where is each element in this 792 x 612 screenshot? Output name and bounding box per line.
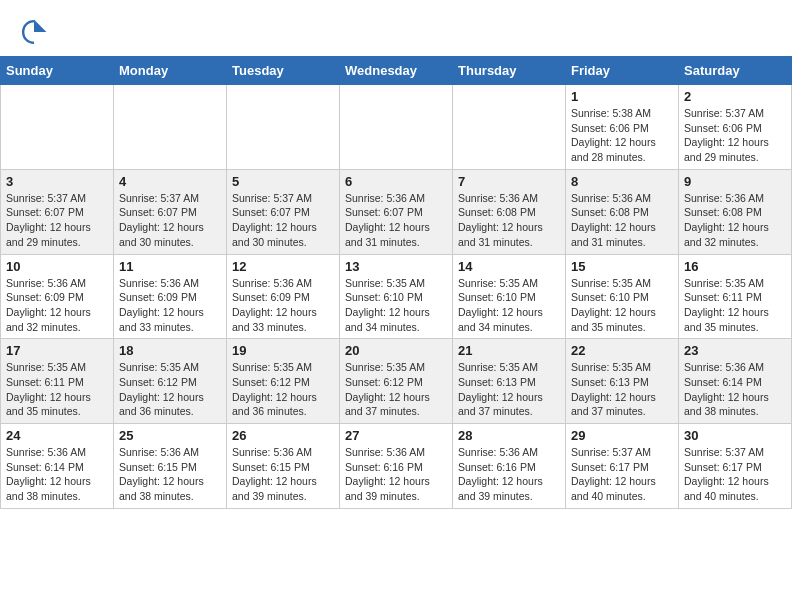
day-number: 11 [119,259,221,274]
day-number: 3 [6,174,108,189]
day-info: Sunrise: 5:37 AM Sunset: 6:07 PM Dayligh… [232,191,334,250]
day-info: Sunrise: 5:37 AM Sunset: 6:17 PM Dayligh… [571,445,673,504]
day-number: 9 [684,174,786,189]
day-info: Sunrise: 5:37 AM Sunset: 6:17 PM Dayligh… [684,445,786,504]
day-info: Sunrise: 5:36 AM Sunset: 6:16 PM Dayligh… [458,445,560,504]
day-info: Sunrise: 5:35 AM Sunset: 6:10 PM Dayligh… [345,276,447,335]
day-number: 6 [345,174,447,189]
calendar-cell: 26Sunrise: 5:36 AM Sunset: 6:15 PM Dayli… [227,424,340,509]
day-number: 28 [458,428,560,443]
day-info: Sunrise: 5:36 AM Sunset: 6:07 PM Dayligh… [345,191,447,250]
header-saturday: Saturday [679,57,792,85]
day-info: Sunrise: 5:36 AM Sunset: 6:08 PM Dayligh… [684,191,786,250]
day-info: Sunrise: 5:35 AM Sunset: 6:11 PM Dayligh… [684,276,786,335]
day-number: 30 [684,428,786,443]
day-number: 20 [345,343,447,358]
day-number: 18 [119,343,221,358]
calendar-cell: 18Sunrise: 5:35 AM Sunset: 6:12 PM Dayli… [114,339,227,424]
day-number: 5 [232,174,334,189]
day-info: Sunrise: 5:35 AM Sunset: 6:10 PM Dayligh… [458,276,560,335]
calendar-cell: 12Sunrise: 5:36 AM Sunset: 6:09 PM Dayli… [227,254,340,339]
day-number: 4 [119,174,221,189]
calendar-cell: 19Sunrise: 5:35 AM Sunset: 6:12 PM Dayli… [227,339,340,424]
calendar-cell: 15Sunrise: 5:35 AM Sunset: 6:10 PM Dayli… [566,254,679,339]
calendar-cell: 11Sunrise: 5:36 AM Sunset: 6:09 PM Dayli… [114,254,227,339]
header-wednesday: Wednesday [340,57,453,85]
calendar-cell: 8Sunrise: 5:36 AM Sunset: 6:08 PM Daylig… [566,169,679,254]
day-info: Sunrise: 5:37 AM Sunset: 6:07 PM Dayligh… [119,191,221,250]
day-info: Sunrise: 5:36 AM Sunset: 6:08 PM Dayligh… [458,191,560,250]
calendar-cell: 10Sunrise: 5:36 AM Sunset: 6:09 PM Dayli… [1,254,114,339]
day-info: Sunrise: 5:38 AM Sunset: 6:06 PM Dayligh… [571,106,673,165]
day-number: 17 [6,343,108,358]
calendar-table: SundayMondayTuesdayWednesdayThursdayFrid… [0,56,792,509]
day-number: 22 [571,343,673,358]
day-number: 1 [571,89,673,104]
calendar-cell: 5Sunrise: 5:37 AM Sunset: 6:07 PM Daylig… [227,169,340,254]
calendar-cell: 6Sunrise: 5:36 AM Sunset: 6:07 PM Daylig… [340,169,453,254]
day-info: Sunrise: 5:35 AM Sunset: 6:12 PM Dayligh… [345,360,447,419]
day-info: Sunrise: 5:35 AM Sunset: 6:13 PM Dayligh… [571,360,673,419]
calendar-header: SundayMondayTuesdayWednesdayThursdayFrid… [1,57,792,85]
calendar-cell: 20Sunrise: 5:35 AM Sunset: 6:12 PM Dayli… [340,339,453,424]
header-tuesday: Tuesday [227,57,340,85]
calendar-cell: 17Sunrise: 5:35 AM Sunset: 6:11 PM Dayli… [1,339,114,424]
day-info: Sunrise: 5:36 AM Sunset: 6:08 PM Dayligh… [571,191,673,250]
calendar-cell: 16Sunrise: 5:35 AM Sunset: 6:11 PM Dayli… [679,254,792,339]
day-number: 23 [684,343,786,358]
day-info: Sunrise: 5:36 AM Sunset: 6:09 PM Dayligh… [232,276,334,335]
calendar-cell: 3Sunrise: 5:37 AM Sunset: 6:07 PM Daylig… [1,169,114,254]
day-info: Sunrise: 5:35 AM Sunset: 6:11 PM Dayligh… [6,360,108,419]
day-info: Sunrise: 5:36 AM Sunset: 6:14 PM Dayligh… [684,360,786,419]
day-info: Sunrise: 5:35 AM Sunset: 6:10 PM Dayligh… [571,276,673,335]
svg-marker-0 [34,20,46,32]
day-info: Sunrise: 5:36 AM Sunset: 6:09 PM Dayligh… [119,276,221,335]
week-row-5: 24Sunrise: 5:36 AM Sunset: 6:14 PM Dayli… [1,424,792,509]
week-row-3: 10Sunrise: 5:36 AM Sunset: 6:09 PM Dayli… [1,254,792,339]
page-header [0,0,792,56]
day-number: 10 [6,259,108,274]
day-number: 15 [571,259,673,274]
logo-icon [20,18,48,46]
calendar-cell: 21Sunrise: 5:35 AM Sunset: 6:13 PM Dayli… [453,339,566,424]
calendar-cell: 22Sunrise: 5:35 AM Sunset: 6:13 PM Dayli… [566,339,679,424]
day-info: Sunrise: 5:36 AM Sunset: 6:16 PM Dayligh… [345,445,447,504]
day-info: Sunrise: 5:35 AM Sunset: 6:13 PM Dayligh… [458,360,560,419]
calendar-cell: 23Sunrise: 5:36 AM Sunset: 6:14 PM Dayli… [679,339,792,424]
day-info: Sunrise: 5:36 AM Sunset: 6:09 PM Dayligh… [6,276,108,335]
day-number: 14 [458,259,560,274]
day-number: 7 [458,174,560,189]
calendar-cell: 29Sunrise: 5:37 AM Sunset: 6:17 PM Dayli… [566,424,679,509]
day-number: 8 [571,174,673,189]
day-info: Sunrise: 5:36 AM Sunset: 6:15 PM Dayligh… [232,445,334,504]
day-number: 21 [458,343,560,358]
day-number: 12 [232,259,334,274]
calendar-cell [114,85,227,170]
day-number: 16 [684,259,786,274]
day-info: Sunrise: 5:36 AM Sunset: 6:14 PM Dayligh… [6,445,108,504]
day-number: 2 [684,89,786,104]
day-number: 24 [6,428,108,443]
week-row-1: 1Sunrise: 5:38 AM Sunset: 6:06 PM Daylig… [1,85,792,170]
week-row-4: 17Sunrise: 5:35 AM Sunset: 6:11 PM Dayli… [1,339,792,424]
calendar-cell: 4Sunrise: 5:37 AM Sunset: 6:07 PM Daylig… [114,169,227,254]
header-thursday: Thursday [453,57,566,85]
calendar-cell: 13Sunrise: 5:35 AM Sunset: 6:10 PM Dayli… [340,254,453,339]
calendar-cell: 30Sunrise: 5:37 AM Sunset: 6:17 PM Dayli… [679,424,792,509]
calendar-cell [227,85,340,170]
day-info: Sunrise: 5:35 AM Sunset: 6:12 PM Dayligh… [232,360,334,419]
day-number: 26 [232,428,334,443]
calendar-cell [453,85,566,170]
day-info: Sunrise: 5:35 AM Sunset: 6:12 PM Dayligh… [119,360,221,419]
week-row-2: 3Sunrise: 5:37 AM Sunset: 6:07 PM Daylig… [1,169,792,254]
calendar-cell: 27Sunrise: 5:36 AM Sunset: 6:16 PM Dayli… [340,424,453,509]
day-number: 13 [345,259,447,274]
calendar-cell: 1Sunrise: 5:38 AM Sunset: 6:06 PM Daylig… [566,85,679,170]
calendar-cell: 24Sunrise: 5:36 AM Sunset: 6:14 PM Dayli… [1,424,114,509]
calendar-cell: 28Sunrise: 5:36 AM Sunset: 6:16 PM Dayli… [453,424,566,509]
calendar-cell [1,85,114,170]
day-info: Sunrise: 5:37 AM Sunset: 6:07 PM Dayligh… [6,191,108,250]
logo [20,18,52,46]
header-sunday: Sunday [1,57,114,85]
header-row: SundayMondayTuesdayWednesdayThursdayFrid… [1,57,792,85]
